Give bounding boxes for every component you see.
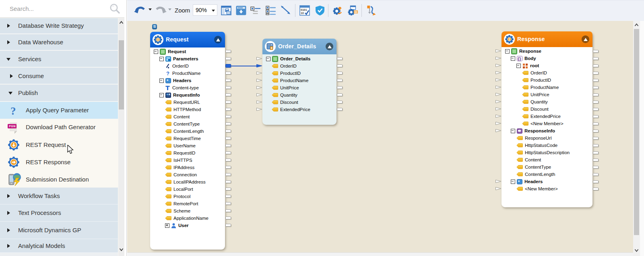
svg-text:?: ? <box>166 71 169 76</box>
svg-text:*: * <box>518 179 520 184</box>
svg-text:?: ? <box>10 105 16 116</box>
svg-text:{}: {} <box>518 56 521 61</box>
svg-text:PGN: PGN <box>9 125 16 128</box>
svg-text:*: * <box>167 78 169 83</box>
svg-text:10: 10 <box>301 12 304 14</box>
svg-text:0101: 0101 <box>301 8 307 11</box>
